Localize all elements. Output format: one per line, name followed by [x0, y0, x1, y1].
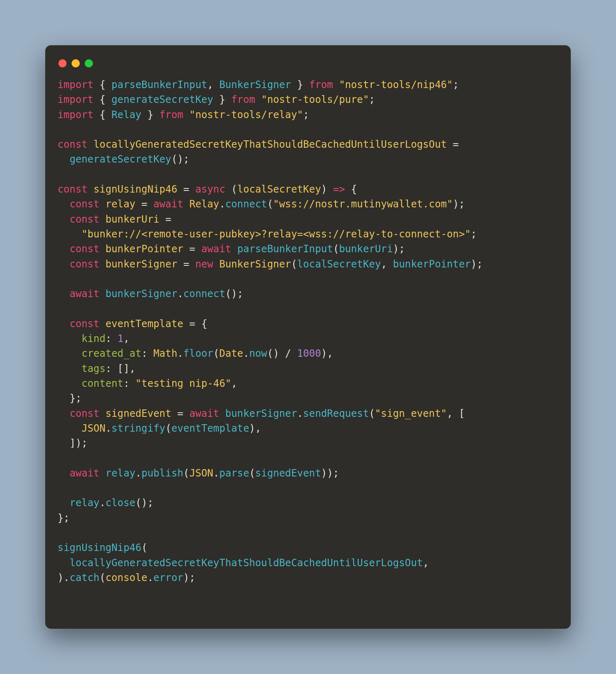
string-literal: "bunker://<remote-user-pubkey>?relay=<ws… — [81, 228, 471, 240]
method-call: catch — [69, 572, 100, 583]
keyword-const: const — [69, 318, 100, 330]
window-titlebar — [58, 58, 558, 77]
property-key: content — [81, 378, 123, 389]
import-name: Relay — [111, 109, 141, 121]
keyword-await: await — [153, 198, 183, 210]
keyword-async: async — [195, 184, 225, 195]
method-call: connect — [225, 198, 267, 210]
keyword-const: const — [69, 214, 100, 225]
variable-name: bunkerUri — [106, 214, 160, 225]
number-literal: 1 — [118, 333, 124, 344]
keyword-const: const — [69, 198, 100, 210]
object-ref: bunkerSigner — [106, 288, 178, 300]
builtin-console: console — [106, 572, 148, 583]
variable-name: bunkerSigner — [106, 258, 178, 270]
arrow: => — [333, 184, 345, 195]
string-literal: "wss://nostr.mutinywallet.com" — [273, 198, 453, 210]
import-name: parseBunkerInput — [111, 79, 207, 91]
method-call: connect — [183, 288, 225, 300]
string-literal: "nostr-tools/nip46" — [339, 79, 453, 91]
minimize-icon[interactable] — [72, 59, 80, 67]
keyword-await: await — [69, 288, 100, 300]
code-window: import { parseBunkerInput, BunkerSigner … — [45, 45, 571, 629]
keyword-import: import — [58, 109, 93, 121]
import-name: generateSecretKey — [111, 94, 213, 105]
method-call: floor — [183, 348, 213, 359]
variable-name: relay — [106, 198, 136, 210]
import-name: BunkerSigner — [219, 79, 291, 91]
number-literal: 1000 — [297, 348, 321, 359]
keyword-await: await — [69, 467, 100, 479]
variable-name: locallyGeneratedSecretKeyThatShouldBeCac… — [93, 139, 447, 150]
keyword-await: await — [201, 243, 232, 255]
keyword-new: new — [195, 258, 213, 270]
property-ref: error — [153, 572, 183, 583]
string-literal: "nostr-tools/relay" — [189, 109, 303, 121]
variable-name: signedEvent — [106, 408, 171, 419]
keyword-from: from — [231, 94, 255, 105]
keyword-const: const — [58, 139, 88, 150]
keyword-const: const — [58, 184, 88, 195]
property-key: kind — [81, 333, 105, 344]
keyword-from: from — [160, 109, 183, 121]
object-ref: relay — [69, 497, 100, 509]
builtin-date: Date — [219, 348, 243, 359]
argument: bunkerPointer — [393, 258, 471, 270]
builtin-math: Math — [153, 348, 177, 359]
string-literal: "testing nip-46" — [135, 378, 231, 389]
method-call: publish — [141, 467, 183, 479]
code-block: import { parseBunkerInput, BunkerSigner … — [58, 77, 558, 585]
argument: bunkerUri — [339, 243, 393, 255]
keyword-const: const — [69, 408, 100, 419]
method-call: close — [106, 497, 136, 509]
keyword-await: await — [189, 408, 219, 419]
argument: locallyGeneratedSecretKeyThatShouldBeCac… — [69, 557, 423, 569]
keyword-const: const — [69, 258, 100, 270]
close-icon[interactable] — [58, 59, 67, 67]
method-call: stringify — [111, 423, 165, 434]
object-ref: relay — [106, 467, 136, 479]
keyword-import: import — [58, 94, 93, 105]
argument: localSecretKey — [297, 258, 381, 270]
function-call: generateSecretKey — [69, 153, 171, 165]
function-name: signUsingNip46 — [93, 184, 177, 195]
keyword-const: const — [69, 243, 100, 255]
method-call: now — [249, 348, 267, 359]
method-call: parse — [219, 467, 249, 479]
variable-name: bunkerPointer — [106, 243, 183, 255]
method-call: sendRequest — [303, 408, 369, 419]
class-name: Relay — [189, 198, 219, 210]
parameter: localSecretKey — [237, 184, 321, 195]
maximize-icon[interactable] — [85, 59, 93, 67]
function-call: signUsingNip46 — [58, 542, 141, 553]
object-ref: bunkerSigner — [225, 408, 297, 419]
property-key: tags — [81, 363, 105, 374]
string-literal: "sign_event" — [375, 408, 447, 419]
builtin-json: JSON — [189, 467, 213, 479]
string-literal: "nostr-tools/pure" — [261, 94, 369, 105]
keyword-import: import — [58, 79, 93, 91]
builtin-json: JSON — [81, 423, 105, 434]
argument: signedEvent — [255, 467, 321, 479]
class-name: BunkerSigner — [219, 258, 291, 270]
keyword-from: from — [309, 79, 333, 91]
property-key: created_at — [81, 348, 141, 359]
variable-name: eventTemplate — [106, 318, 183, 330]
argument: eventTemplate — [171, 423, 249, 434]
function-call: parseBunkerInput — [237, 243, 333, 255]
